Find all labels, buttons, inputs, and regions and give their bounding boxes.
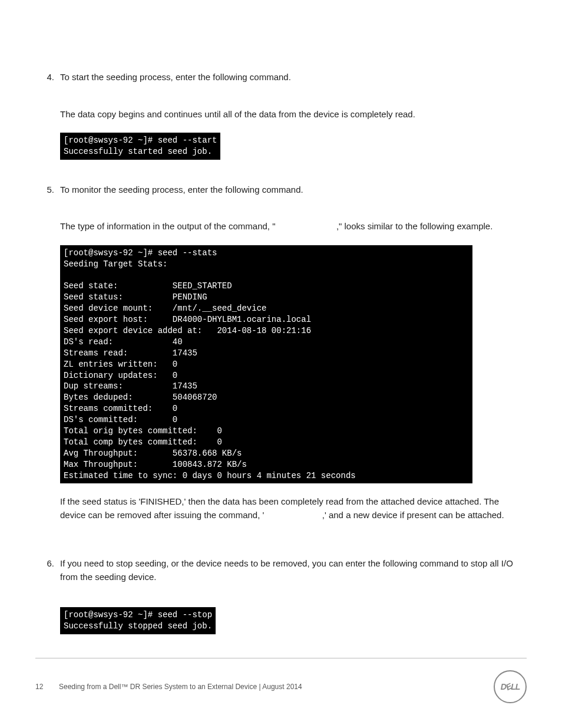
- step-number: 6.: [35, 557, 60, 634]
- terminal-output: [root@swsys-92 ~]# seed --start Successf…: [60, 133, 220, 160]
- step-5: 5. To monitor the seeding process, enter…: [35, 183, 527, 534]
- after-post: ,' and a new device if present can be at…: [322, 510, 504, 520]
- step-intro: To start the seeding process, enter the …: [60, 71, 527, 84]
- step-number: 4.: [35, 71, 60, 160]
- step-body: To start the seeding process, enter the …: [60, 71, 527, 160]
- footer-divider: [35, 658, 527, 658]
- logo-letter-l: L: [515, 682, 520, 691]
- step-after: If the seed status is 'FINISHED,' then t…: [60, 495, 527, 522]
- step-6: 6. If you need to stop seeding, or the d…: [35, 557, 527, 634]
- step-body: To monitor the seeding process, enter th…: [60, 183, 527, 534]
- document-page: 4. To start the seeding process, enter t…: [0, 0, 562, 728]
- dell-logo-icon: DELL: [494, 670, 527, 703]
- terminal-output: [root@swsys-92 ~]# seed --stop Successfu…: [60, 607, 216, 634]
- step-body: If you need to stop seeding, or the devi…: [60, 557, 527, 634]
- step-list: 4. To start the seeding process, enter t…: [35, 71, 527, 634]
- page-number: 12: [35, 683, 59, 691]
- terminal-output: [root@swsys-92 ~]# seed --stats Seeding …: [60, 245, 472, 484]
- step-note: The data copy begins and continues until…: [60, 108, 527, 121]
- step-intro: To monitor the seeding process, enter th…: [60, 183, 527, 197]
- note-post: ," looks similar to the following exampl…: [336, 221, 492, 231]
- step-4: 4. To start the seeding process, enter t…: [35, 71, 527, 160]
- step-note: The type of information in the output of…: [60, 220, 527, 233]
- footer-left: 12 Seeding from a Dell™ DR Series System…: [35, 683, 302, 691]
- footer-title: Seeding from a Dell™ DR Series System to…: [59, 683, 302, 691]
- step-number: 5.: [35, 183, 60, 534]
- page-footer: 12 Seeding from a Dell™ DR Series System…: [35, 670, 527, 715]
- note-pre: The type of information in the output of…: [60, 221, 276, 231]
- step-intro: If you need to stop seeding, or the devi…: [60, 557, 527, 584]
